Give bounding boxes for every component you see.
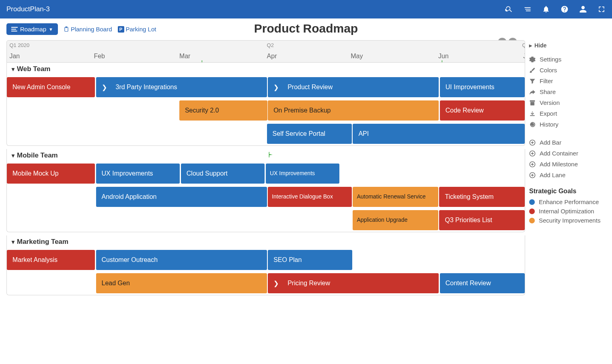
tab-parking-lot[interactable]: P Parking Lot (118, 26, 156, 33)
header-actions (505, 5, 606, 13)
caret-down-icon: ▼ (49, 27, 53, 32)
app-header: ProductPlan-3 (0, 0, 612, 18)
tab-planning-board[interactable]: Planning Board (64, 26, 112, 33)
roadmap-lines-icon (11, 27, 18, 32)
fullscreen-icon[interactable] (598, 5, 606, 13)
svg-rect-1 (11, 29, 16, 29)
page-title[interactable]: Product Roadmap (254, 22, 358, 35)
list-icon[interactable] (524, 5, 532, 13)
help-icon[interactable] (561, 5, 569, 13)
bell-icon[interactable] (542, 5, 550, 13)
svg-rect-2 (11, 31, 17, 31)
roadmap-title[interactable]: ProductPlan-3 (6, 5, 505, 13)
user-icon[interactable] (579, 5, 587, 13)
parking-icon: P (118, 26, 124, 33)
svg-rect-0 (11, 27, 18, 28)
search-icon[interactable] (505, 5, 513, 13)
view-roadmap-button[interactable]: Roadmap ▼ (6, 23, 58, 35)
clipboard-icon (64, 27, 69, 32)
